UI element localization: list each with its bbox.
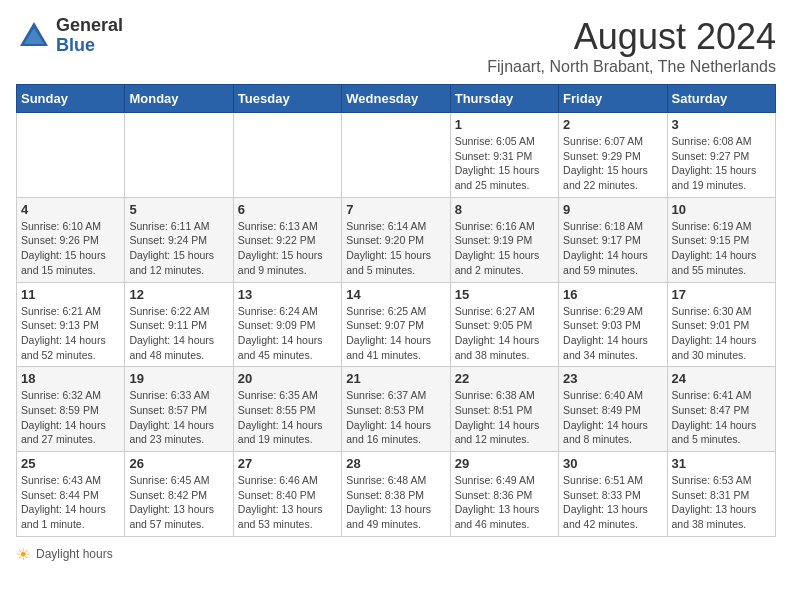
day-of-week-header: Friday	[559, 85, 667, 113]
day-number: 22	[455, 371, 554, 386]
calendar-cell: 28Sunrise: 6:48 AM Sunset: 8:38 PM Dayli…	[342, 452, 450, 537]
calendar-cell: 29Sunrise: 6:49 AM Sunset: 8:36 PM Dayli…	[450, 452, 558, 537]
day-number: 25	[21, 456, 120, 471]
calendar-cell: 12Sunrise: 6:22 AM Sunset: 9:11 PM Dayli…	[125, 282, 233, 367]
calendar-cell: 2Sunrise: 6:07 AM Sunset: 9:29 PM Daylig…	[559, 113, 667, 198]
day-info: Sunrise: 6:18 AM Sunset: 9:17 PM Dayligh…	[563, 219, 662, 278]
day-info: Sunrise: 6:05 AM Sunset: 9:31 PM Dayligh…	[455, 134, 554, 193]
calendar-table: SundayMondayTuesdayWednesdayThursdayFrid…	[16, 84, 776, 537]
day-number: 2	[563, 117, 662, 132]
calendar-cell	[342, 113, 450, 198]
title-block: August 2024 Fijnaart, North Brabant, The…	[487, 16, 776, 76]
day-info: Sunrise: 6:49 AM Sunset: 8:36 PM Dayligh…	[455, 473, 554, 532]
day-info: Sunrise: 6:25 AM Sunset: 9:07 PM Dayligh…	[346, 304, 445, 363]
calendar-cell: 24Sunrise: 6:41 AM Sunset: 8:47 PM Dayli…	[667, 367, 775, 452]
day-info: Sunrise: 6:53 AM Sunset: 8:31 PM Dayligh…	[672, 473, 771, 532]
page-header: General Blue August 2024 Fijnaart, North…	[16, 16, 776, 76]
calendar-week-row: 11Sunrise: 6:21 AM Sunset: 9:13 PM Dayli…	[17, 282, 776, 367]
day-of-week-header: Wednesday	[342, 85, 450, 113]
calendar-cell: 26Sunrise: 6:45 AM Sunset: 8:42 PM Dayli…	[125, 452, 233, 537]
day-number: 27	[238, 456, 337, 471]
calendar-cell	[17, 113, 125, 198]
calendar-cell: 21Sunrise: 6:37 AM Sunset: 8:53 PM Dayli…	[342, 367, 450, 452]
day-info: Sunrise: 6:13 AM Sunset: 9:22 PM Dayligh…	[238, 219, 337, 278]
day-info: Sunrise: 6:14 AM Sunset: 9:20 PM Dayligh…	[346, 219, 445, 278]
sun-icon: ☀	[16, 545, 30, 564]
calendar-cell	[233, 113, 341, 198]
calendar-cell: 25Sunrise: 6:43 AM Sunset: 8:44 PM Dayli…	[17, 452, 125, 537]
day-number: 20	[238, 371, 337, 386]
logo-general: General	[56, 15, 123, 35]
day-number: 1	[455, 117, 554, 132]
calendar-cell: 23Sunrise: 6:40 AM Sunset: 8:49 PM Dayli…	[559, 367, 667, 452]
day-number: 24	[672, 371, 771, 386]
day-number: 6	[238, 202, 337, 217]
day-number: 8	[455, 202, 554, 217]
day-info: Sunrise: 6:46 AM Sunset: 8:40 PM Dayligh…	[238, 473, 337, 532]
calendar-week-row: 1Sunrise: 6:05 AM Sunset: 9:31 PM Daylig…	[17, 113, 776, 198]
day-number: 16	[563, 287, 662, 302]
day-number: 15	[455, 287, 554, 302]
logo-icon	[16, 18, 52, 54]
day-number: 23	[563, 371, 662, 386]
daylight-label: Daylight hours	[36, 547, 113, 561]
calendar-cell: 14Sunrise: 6:25 AM Sunset: 9:07 PM Dayli…	[342, 282, 450, 367]
calendar-cell: 30Sunrise: 6:51 AM Sunset: 8:33 PM Dayli…	[559, 452, 667, 537]
day-info: Sunrise: 6:21 AM Sunset: 9:13 PM Dayligh…	[21, 304, 120, 363]
day-of-week-header: Thursday	[450, 85, 558, 113]
day-number: 11	[21, 287, 120, 302]
calendar-cell: 17Sunrise: 6:30 AM Sunset: 9:01 PM Dayli…	[667, 282, 775, 367]
day-info: Sunrise: 6:51 AM Sunset: 8:33 PM Dayligh…	[563, 473, 662, 532]
day-info: Sunrise: 6:33 AM Sunset: 8:57 PM Dayligh…	[129, 388, 228, 447]
day-number: 9	[563, 202, 662, 217]
logo-blue: Blue	[56, 35, 95, 55]
calendar-week-row: 4Sunrise: 6:10 AM Sunset: 9:26 PM Daylig…	[17, 197, 776, 282]
calendar-cell: 16Sunrise: 6:29 AM Sunset: 9:03 PM Dayli…	[559, 282, 667, 367]
logo: General Blue	[16, 16, 123, 56]
calendar-cell: 9Sunrise: 6:18 AM Sunset: 9:17 PM Daylig…	[559, 197, 667, 282]
calendar-cell: 11Sunrise: 6:21 AM Sunset: 9:13 PM Dayli…	[17, 282, 125, 367]
day-info: Sunrise: 6:11 AM Sunset: 9:24 PM Dayligh…	[129, 219, 228, 278]
calendar-cell: 7Sunrise: 6:14 AM Sunset: 9:20 PM Daylig…	[342, 197, 450, 282]
calendar-week-row: 18Sunrise: 6:32 AM Sunset: 8:59 PM Dayli…	[17, 367, 776, 452]
header-row: SundayMondayTuesdayWednesdayThursdayFrid…	[17, 85, 776, 113]
calendar-cell: 18Sunrise: 6:32 AM Sunset: 8:59 PM Dayli…	[17, 367, 125, 452]
day-info: Sunrise: 6:22 AM Sunset: 9:11 PM Dayligh…	[129, 304, 228, 363]
calendar-cell: 22Sunrise: 6:38 AM Sunset: 8:51 PM Dayli…	[450, 367, 558, 452]
calendar-cell: 19Sunrise: 6:33 AM Sunset: 8:57 PM Dayli…	[125, 367, 233, 452]
calendar-cell: 3Sunrise: 6:08 AM Sunset: 9:27 PM Daylig…	[667, 113, 775, 198]
day-info: Sunrise: 6:07 AM Sunset: 9:29 PM Dayligh…	[563, 134, 662, 193]
calendar-cell: 20Sunrise: 6:35 AM Sunset: 8:55 PM Dayli…	[233, 367, 341, 452]
calendar-cell: 5Sunrise: 6:11 AM Sunset: 9:24 PM Daylig…	[125, 197, 233, 282]
day-of-week-header: Sunday	[17, 85, 125, 113]
calendar-cell: 1Sunrise: 6:05 AM Sunset: 9:31 PM Daylig…	[450, 113, 558, 198]
day-info: Sunrise: 6:35 AM Sunset: 8:55 PM Dayligh…	[238, 388, 337, 447]
day-info: Sunrise: 6:10 AM Sunset: 9:26 PM Dayligh…	[21, 219, 120, 278]
day-number: 7	[346, 202, 445, 217]
day-number: 28	[346, 456, 445, 471]
day-info: Sunrise: 6:32 AM Sunset: 8:59 PM Dayligh…	[21, 388, 120, 447]
day-number: 26	[129, 456, 228, 471]
logo-text: General Blue	[56, 16, 123, 56]
calendar-cell: 10Sunrise: 6:19 AM Sunset: 9:15 PM Dayli…	[667, 197, 775, 282]
day-number: 4	[21, 202, 120, 217]
day-number: 10	[672, 202, 771, 217]
calendar-cell: 15Sunrise: 6:27 AM Sunset: 9:05 PM Dayli…	[450, 282, 558, 367]
day-of-week-header: Saturday	[667, 85, 775, 113]
day-info: Sunrise: 6:43 AM Sunset: 8:44 PM Dayligh…	[21, 473, 120, 532]
day-info: Sunrise: 6:30 AM Sunset: 9:01 PM Dayligh…	[672, 304, 771, 363]
calendar-cell: 31Sunrise: 6:53 AM Sunset: 8:31 PM Dayli…	[667, 452, 775, 537]
day-number: 29	[455, 456, 554, 471]
day-info: Sunrise: 6:19 AM Sunset: 9:15 PM Dayligh…	[672, 219, 771, 278]
day-number: 17	[672, 287, 771, 302]
day-number: 21	[346, 371, 445, 386]
day-number: 12	[129, 287, 228, 302]
calendar-week-row: 25Sunrise: 6:43 AM Sunset: 8:44 PM Dayli…	[17, 452, 776, 537]
day-info: Sunrise: 6:27 AM Sunset: 9:05 PM Dayligh…	[455, 304, 554, 363]
day-info: Sunrise: 6:48 AM Sunset: 8:38 PM Dayligh…	[346, 473, 445, 532]
calendar-header: SundayMondayTuesdayWednesdayThursdayFrid…	[17, 85, 776, 113]
calendar-cell	[125, 113, 233, 198]
day-info: Sunrise: 6:37 AM Sunset: 8:53 PM Dayligh…	[346, 388, 445, 447]
main-title: August 2024	[487, 16, 776, 58]
day-number: 18	[21, 371, 120, 386]
